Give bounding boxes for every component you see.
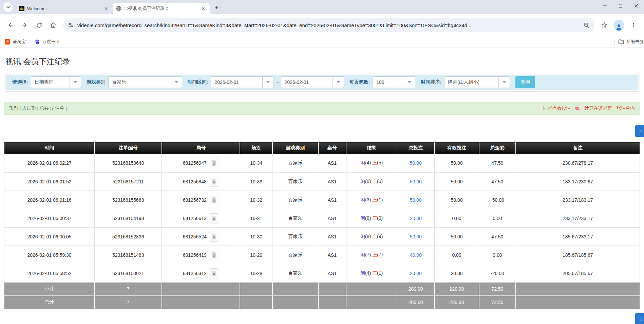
back-button[interactable] (4, 19, 17, 32)
video-record-icon (211, 215, 217, 221)
footer-cell (272, 283, 318, 296)
watch-video-button[interactable] (209, 213, 219, 223)
total-bet-link[interactable]: 50.00 (410, 160, 422, 166)
date-start-dropdown[interactable]: 2026-02-01 (211, 76, 274, 88)
banker-result: 庄 (372, 234, 377, 239)
column-header: 备注 (516, 142, 640, 154)
bookmark-label: 百度一下 (42, 39, 60, 45)
bookmark-star-button[interactable] (598, 19, 611, 32)
filter-panel: 请选择: 日期查询 游戏类别 百家乐 时间区间: 2026-02-01 ~ 20… (4, 73, 640, 92)
range-separator: ~ (276, 79, 279, 85)
reload-button[interactable] (33, 19, 45, 32)
all-bookmarks-button[interactable]: 所有书签 (618, 39, 644, 45)
total-bet-link[interactable]: 20.00 (410, 216, 422, 221)
url-bar[interactable]: videoie.com/game/betrecord_search/kind3?… (63, 18, 594, 32)
total-bet-link[interactable]: 40.00 (410, 252, 422, 258)
time-range-label: 时间区间: (188, 79, 208, 85)
cell-bet-id: 523168154198 (94, 209, 162, 228)
footer-cell: 72.50 (479, 296, 516, 309)
footer-cell: 7 (94, 283, 162, 296)
watch-video-button[interactable] (209, 158, 219, 168)
site-settings-icon[interactable] (68, 22, 74, 28)
total-bet-link[interactable]: 20.00 (410, 271, 422, 276)
player-result: 闲 (360, 197, 365, 202)
cell-payout: 47.50 (479, 228, 516, 246)
welcome-favicon-icon (19, 6, 24, 11)
tab-search-button[interactable] (3, 2, 13, 12)
minimize-button[interactable] (597, 0, 613, 12)
cell-payout: 47.50 (479, 154, 516, 173)
total-row-label: 总计 (4, 296, 95, 309)
tab-betrecord[interactable]: :::视讯 会员下注纪录::: ✕ (113, 3, 210, 14)
chevron-down-icon[interactable] (171, 77, 182, 88)
chevron-down-icon[interactable] (262, 77, 273, 88)
profile-avatar[interactable] (613, 20, 624, 31)
table-row: 2026-02-01 05:59:30523168151483681256419… (4, 246, 640, 264)
date-end-dropdown[interactable]: 2026-02-01 (281, 76, 344, 88)
maximize-button[interactable] (613, 0, 628, 12)
total-bet-link[interactable]: 50.00 (410, 234, 422, 239)
new-tab-button[interactable]: + (212, 3, 221, 12)
cell-game: 百家乐 (272, 264, 318, 283)
total-bet-link[interactable]: 50.00 (410, 197, 422, 203)
footer-cell (240, 296, 272, 309)
cell-total-bet: 50.00 (397, 191, 435, 209)
footer-cell: 280.00 (397, 296, 435, 309)
cell-bet-id: 523168155668 (94, 191, 162, 209)
query-type-dropdown[interactable]: 日期查询 (31, 76, 81, 88)
cell-time: 2026-02-01 06:01:52 (4, 173, 95, 191)
zoom-icon[interactable] (583, 22, 590, 29)
currency-total-text: 币别 : 人民币 | 总共 :7 注单 | (9, 105, 67, 111)
url-text[interactable]: videoie.com/game/betrecord_search/kind3?… (77, 22, 583, 28)
cell-note: 185.67/185.67 (516, 246, 640, 264)
watch-video-button[interactable] (209, 232, 219, 242)
footer-cell (318, 296, 346, 309)
tab-title: Welcome (27, 6, 100, 11)
watch-video-button[interactable] (209, 250, 219, 260)
round-number: 681256613 (183, 216, 207, 221)
page-size-dropdown[interactable]: 100 (373, 76, 415, 88)
sort-dropdown[interactable]: 降冪(由大到小) (444, 76, 510, 88)
player-result: 闲 (360, 160, 365, 165)
tab-close-icon[interactable]: ✕ (200, 5, 206, 12)
bookmark-taobao[interactable]: 淘 爱淘宝 (5, 39, 26, 45)
watch-video-button[interactable] (209, 268, 219, 278)
column-header: 场次 (240, 142, 272, 154)
chevron-down-icon[interactable] (333, 77, 344, 88)
player-result: 闲 (360, 270, 365, 276)
game-category-dropdown[interactable]: 百家乐 (108, 76, 182, 88)
close-window-button[interactable] (628, 0, 644, 12)
chevron-down-icon[interactable] (70, 77, 81, 88)
person-icon (615, 23, 623, 31)
footer-cell: 280.00 (397, 283, 435, 296)
footer-cell: 7 (94, 296, 162, 309)
home-button[interactable] (47, 19, 60, 32)
pagination-page-1-top[interactable]: 1 (635, 125, 644, 137)
player-result: 闲 (360, 252, 365, 257)
footer-cell (272, 296, 318, 309)
footer-cell (516, 296, 640, 309)
search-button[interactable]: 查询 (515, 76, 535, 88)
tab-welcome[interactable]: Welcome ✕ (16, 3, 113, 14)
tab-close-icon[interactable]: ✕ (103, 5, 109, 12)
cell-result: 闲(0) 庄(5) (346, 173, 397, 191)
footer-cell: 220.00 (434, 296, 479, 309)
pagination-page-1-bottom[interactable]: 1 (635, 313, 644, 324)
footer-cell (162, 296, 240, 309)
subtotal-row: 小计7280.00220.0072.50 (4, 283, 640, 296)
cell-round: 681256524 (162, 228, 240, 246)
browser-menu-button[interactable] (627, 19, 640, 32)
bookmark-baidu[interactable]: 百度一下 (35, 39, 60, 45)
chevron-down-icon[interactable] (404, 77, 415, 88)
forward-button[interactable] (18, 19, 31, 32)
cell-result: 闲(4) 庄(5) (346, 154, 397, 173)
chevron-down-icon[interactable] (498, 77, 510, 88)
watch-video-button[interactable] (209, 195, 219, 205)
watch-video-button[interactable] (209, 177, 219, 187)
select-type-label: 请选择: (12, 79, 28, 85)
column-header: 有效投注 (434, 142, 479, 154)
total-bet-link[interactable]: 50.00 (410, 179, 422, 184)
browser-toolbar: videoie.com/game/betrecord_search/kind3?… (0, 14, 644, 36)
bookmarks-bar-right: 所有书签 (614, 39, 639, 45)
subtotal-row-label: 小计 (4, 283, 95, 296)
